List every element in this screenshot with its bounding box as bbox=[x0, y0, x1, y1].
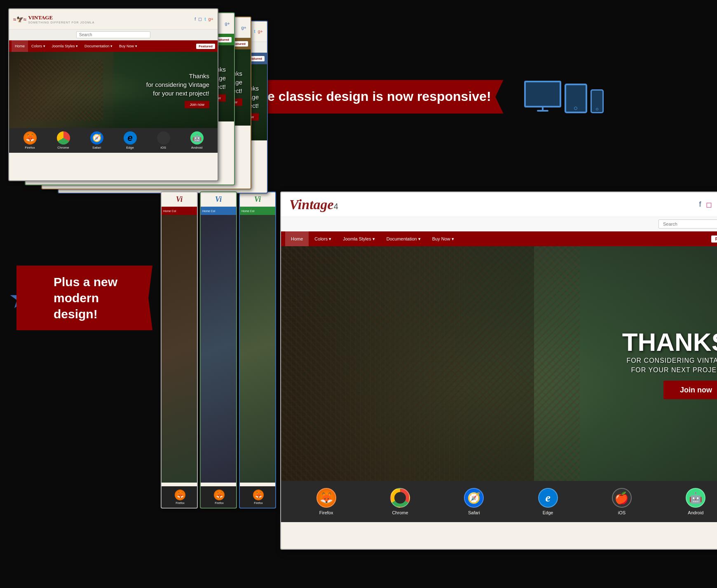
lm-hero-area: THANKS FOR CONSIDERING VINTAGE FOR YOUR … bbox=[281, 246, 717, 481]
facebook-icon[interactable]: f bbox=[699, 200, 701, 209]
browser-icons-row: 🦊 Firefox ◎ Chrome 🧭 Safari e Edge bbox=[9, 128, 218, 153]
lm-android: 🤖 Android bbox=[686, 488, 705, 515]
edge-icon: e bbox=[538, 488, 558, 508]
chrome-label: Chrome bbox=[57, 146, 69, 149]
small-mockup-red: Vi Home Col 🦊 Firefox bbox=[161, 191, 198, 509]
twitter-icon[interactable]: t bbox=[254, 29, 255, 34]
lm-nav-joomla[interactable]: Joomla Styles ▾ bbox=[337, 231, 381, 246]
featured-badge: Featured bbox=[196, 44, 215, 49]
lm-logo: Vintage4 bbox=[289, 197, 338, 212]
lm-join-button[interactable]: Join now bbox=[663, 380, 717, 399]
lm-nav-items: Home Colors ▾ Joomla Styles ▾ Documentat… bbox=[285, 231, 460, 246]
modern-mockup-container: Vi Home Col 🦊 Firefox Vi Hom bbox=[161, 191, 709, 550]
sm-logo: Vi bbox=[254, 195, 261, 204]
modern-banner-container: ★ Plus a new modern design! bbox=[16, 266, 152, 330]
lm-hero-subtitle1: FOR CONSIDERING VINTAGE bbox=[622, 356, 717, 365]
instagram-icon[interactable]: ◻ bbox=[198, 16, 202, 22]
sm-hero-bg: 🦊 Firefox bbox=[162, 215, 197, 483]
gplus-icon[interactable]: g+ bbox=[241, 25, 246, 30]
mockup-header: ≈🦅≈ VINTAGE SOMETHING DIFFERENT FOR JOOM… bbox=[9, 9, 218, 30]
nav-joomla[interactable]: Joomla Styles ▾ bbox=[49, 40, 82, 52]
gplus-icon[interactable]: g+ bbox=[258, 29, 263, 34]
lm-search-input[interactable] bbox=[658, 219, 717, 229]
sm-logo: Vi bbox=[215, 195, 222, 204]
responsive-content: The classic design is now responsive! bbox=[239, 80, 604, 114]
sm-hero: 🦊 Firefox bbox=[240, 215, 275, 483]
modern-banner: Plus a new modern design! bbox=[16, 266, 152, 330]
hero-text: Thanksfor considering Vintagefor your ne… bbox=[146, 72, 209, 108]
join-now-button[interactable]: Join now bbox=[185, 101, 209, 108]
safari-icon: 🧭 bbox=[464, 488, 484, 508]
chrome-icon bbox=[390, 488, 410, 508]
sm-header: Vi bbox=[240, 192, 275, 207]
monitor-icon bbox=[524, 81, 561, 107]
lm-nav-docs[interactable]: Documentation ▾ bbox=[381, 231, 426, 246]
social-icons: g+ bbox=[225, 21, 230, 26]
responsive-title: The classic design is now responsive! bbox=[251, 88, 491, 105]
ios-browser: iOS bbox=[157, 131, 170, 149]
plaid-overlay bbox=[281, 246, 465, 481]
sm-header: Vi bbox=[162, 192, 197, 207]
firefox-browser: 🦊 Firefox bbox=[23, 131, 37, 149]
sm-header: Vi bbox=[201, 192, 236, 207]
lm-firefox: 🦊 Firefox bbox=[316, 488, 336, 515]
hero-heading: Thanksfor considering Vintagefor your ne… bbox=[146, 72, 209, 98]
lm-nav: Home Colors ▾ Joomla Styles ▾ Documentat… bbox=[281, 231, 717, 246]
search-bar bbox=[9, 30, 218, 40]
phone-device bbox=[590, 89, 604, 113]
edge-browser: e Edge bbox=[124, 131, 137, 149]
large-modern-mockup: Vintage4 f ◻ t g+ Home Colors ▾ Joomla S… bbox=[280, 191, 717, 550]
ios-icon: 🍎 bbox=[612, 488, 632, 508]
tablet-device bbox=[565, 84, 587, 113]
logo-vintage-text: VINTAGE bbox=[28, 14, 94, 21]
facebook-icon[interactable]: f bbox=[194, 16, 196, 22]
lm-nav-home[interactable]: Home bbox=[285, 231, 309, 246]
lm-featured-badge: Featured bbox=[711, 236, 717, 243]
modern-design-panel: ★ Plus a new modern design! bbox=[8, 191, 161, 343]
chrome-label: Chrome bbox=[392, 510, 408, 515]
tablet-icon bbox=[565, 84, 587, 113]
hero-image: Thanksfor considering Vintagefor your ne… bbox=[9, 52, 218, 128]
safari-icon: 🧭 bbox=[90, 131, 103, 145]
nav-items: Home Colors ▾ Joomla Styles ▾ Documentat… bbox=[12, 40, 141, 52]
nav-docs[interactable]: Documentation ▾ bbox=[81, 40, 116, 52]
lm-hero-title: THANKS bbox=[622, 328, 717, 356]
nav-bar: Home Colors ▾ Joomla Styles ▾ Documentat… bbox=[9, 40, 218, 52]
mockup-variant-red: ≈🦅≈ VINTAGE SOMETHING DIFFERENT FOR JOOM… bbox=[8, 8, 218, 181]
ios-icon bbox=[157, 131, 170, 145]
lm-logo-vintage: Vintage bbox=[289, 197, 334, 212]
ios-label: iOS bbox=[618, 510, 626, 515]
lm-logo-4: 4 bbox=[334, 202, 338, 211]
nav-colors[interactable]: Colors ▾ bbox=[28, 40, 49, 52]
sm-hero-bg: 🦊 Firefox bbox=[201, 215, 236, 483]
devices-showcase bbox=[524, 81, 604, 113]
firefox-icon: 🦊 bbox=[23, 131, 37, 145]
small-mockup-blue: Vi Home Col 🦊 Firefox bbox=[200, 191, 237, 509]
lm-edge: e Edge bbox=[538, 488, 558, 515]
firefox-icon: 🦊 bbox=[316, 488, 336, 508]
responsive-banner: The classic design is now responsive! bbox=[239, 80, 504, 114]
logo-decoration-left: ≈🦅≈ bbox=[13, 16, 26, 23]
android-icon: 🤖 bbox=[686, 488, 705, 508]
sm-hero-bg: 🦊 Firefox bbox=[240, 215, 275, 483]
responsive-panel: The classic design is now responsive! bbox=[223, 8, 709, 185]
gplus-icon[interactable]: g+ bbox=[208, 16, 213, 22]
gplus-icon[interactable]: g+ bbox=[225, 21, 230, 26]
nav-buy[interactable]: Buy Now ▾ bbox=[116, 40, 141, 52]
lm-browser-row: 🦊 Firefox Chrome 🧭 Safari e Edge bbox=[281, 481, 717, 522]
lm-safari: 🧭 Safari bbox=[464, 488, 484, 515]
instagram-icon[interactable]: ◻ bbox=[706, 200, 712, 209]
monitor-device bbox=[524, 81, 561, 113]
lm-nav-buy[interactable]: Buy Now ▾ bbox=[426, 231, 460, 246]
search-input[interactable] bbox=[76, 31, 150, 38]
android-label: Android bbox=[191, 146, 203, 149]
social-icons: f ◻ t g+ bbox=[194, 16, 213, 22]
logo-tagline: SOMETHING DIFFERENT FOR JOOMLA bbox=[28, 21, 94, 24]
lm-nav-colors[interactable]: Colors ▾ bbox=[309, 231, 337, 246]
safari-label: Safari bbox=[92, 146, 101, 149]
edge-icon: e bbox=[124, 131, 137, 145]
nav-home[interactable]: Home bbox=[12, 40, 28, 52]
twitter-icon[interactable]: t bbox=[204, 16, 206, 22]
classic-mockup-stack: ≈ VINTAGE ≈ f ◻ t g+ Home Col bbox=[8, 8, 223, 185]
sm-hero: 🦊 Firefox bbox=[162, 215, 197, 483]
